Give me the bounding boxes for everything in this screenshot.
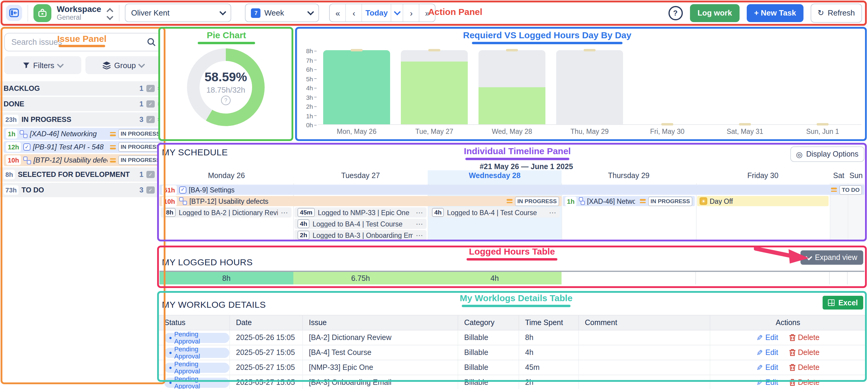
cell-time-spent: 2h: [519, 375, 579, 389]
user-select[interactable]: Oliver Kent: [125, 4, 231, 22]
layers-icon: [103, 61, 111, 69]
priority-medium-icon: [506, 199, 513, 203]
more-icon[interactable]: ⋯: [281, 208, 288, 217]
group-count: 1: [140, 84, 143, 93]
refresh-button[interactable]: ↻ Refresh: [810, 3, 862, 22]
calendar-icon[interactable]: ✓: [146, 186, 155, 193]
calendar-icon[interactable]: ✓: [146, 116, 155, 123]
day-header-thursday: Thursday 29: [562, 172, 696, 182]
edit-button[interactable]: ✎Edit: [756, 348, 778, 357]
pencil-icon: ✎: [756, 333, 763, 342]
more-icon[interactable]: ⋯: [416, 231, 424, 239]
log-work-button[interactable]: Log work: [690, 4, 740, 22]
worklog-card-monday[interactable]: 8h Logged to BA-2 | Dictionary Review ⋯: [161, 207, 291, 217]
group-hours: 8h: [4, 170, 15, 179]
sun-icon: ☀: [700, 197, 707, 205]
required-marker: [506, 49, 518, 51]
calendar-icon[interactable]: ✓: [146, 100, 155, 108]
worklog-card-tuesday-1[interactable]: 45m Logged to NMP-33 | Epic One ⋯: [294, 207, 427, 217]
pie-percent: 58.59%: [205, 70, 247, 84]
collapse-sidebar-icon[interactable]: [6, 5, 22, 21]
schedule-bar-xad-46[interactable]: 1h [XAD-46] Networking IN PROGRESS: [563, 196, 695, 206]
worklog-table: Status Date Issue Category Time Spent Co…: [158, 315, 866, 389]
calendar-icon[interactable]: ✓: [146, 171, 155, 178]
search-input[interactable]: [10, 37, 147, 47]
x-tick-label: Sun, Jun 1: [784, 128, 861, 135]
logged-hours-bar: [401, 62, 468, 124]
group-row-done[interactable]: DONE 1 ✓: [0, 97, 166, 111]
donut-center: 58.59% 18.75h/32h ?: [199, 61, 252, 114]
today-button[interactable]: Today: [362, 4, 392, 22]
filters-button[interactable]: Filters: [4, 56, 81, 74]
week-range-label: #21 May 26 — June 1 2025: [475, 162, 578, 171]
group-row-in-progress[interactable]: 23h IN PROGRESS 3 ✓: [0, 112, 166, 127]
issue-card-pb-91[interactable]: 12h ✓ [PB-91] Test API - 548 IN PROGRESS: [4, 141, 165, 153]
more-icon[interactable]: ⋯: [416, 208, 424, 217]
worklog-card-tuesday-3[interactable]: 2h Logged to BA-3 | Onboarding Email ⋯: [294, 230, 427, 240]
chevron-down-icon: [57, 61, 64, 68]
edit-button[interactable]: ✎Edit: [756, 363, 778, 372]
required-marker: [817, 123, 829, 125]
group-row-backlog[interactable]: BACKLOG 1 ✓: [0, 81, 166, 96]
day-off-label: Day Off: [710, 198, 733, 205]
refresh-icon: ↻: [817, 8, 824, 17]
search-field: [4, 33, 162, 51]
group-row-to-do[interactable]: 73h TO DO 3 ✓: [0, 183, 166, 197]
new-task-button[interactable]: + New Task: [747, 4, 803, 22]
display-options-button[interactable]: ◎ Display Options: [790, 146, 864, 162]
issue-hours: 1h: [565, 196, 577, 206]
prev-fast-button[interactable]: «: [330, 4, 346, 22]
issue-card-btp-12[interactable]: 10h [BTP-12] Usability defects IN PROGRE…: [4, 154, 165, 166]
cell-category: Billable: [458, 375, 519, 389]
cell-comment: [579, 346, 710, 360]
pencil-icon: ✎: [756, 348, 763, 357]
prev-button[interactable]: ‹: [346, 4, 362, 22]
bar-chart-panel: 8h7h6h5h4h3h2h1h0h Mon, May 26Tue, May 2…: [297, 28, 866, 140]
worklog-text: Logged to BA-4 | Test Course: [313, 220, 413, 227]
worklog-time: 4h: [298, 219, 310, 228]
col-header-actions: Actions: [710, 316, 866, 330]
help-icon[interactable]: ?: [221, 95, 230, 105]
expand-view-button[interactable]: Expand view: [801, 250, 863, 265]
help-icon[interactable]: ?: [668, 6, 683, 20]
excel-export-button[interactable]: Excel: [823, 296, 863, 309]
workspace-expander-icon[interactable]: [106, 7, 114, 19]
status-badge: IN PROGRESS: [118, 142, 162, 152]
delete-button[interactable]: Delete: [789, 363, 819, 372]
issue-title: [PB-91] Test API - 548: [33, 143, 107, 151]
worklog-text: Logged to BA-3 | Onboarding Email: [313, 232, 413, 239]
col-header-time-spent: Time Spent: [519, 316, 579, 330]
more-icon[interactable]: ⋯: [549, 208, 557, 217]
calendar-icon[interactable]: ✓: [146, 85, 155, 92]
issue-title: [BA-9] Settings: [189, 186, 235, 193]
next-button[interactable]: ›: [404, 4, 420, 22]
day-off-card[interactable]: ☀ Day Off: [697, 196, 829, 206]
pie-ratio: 18.75h/32h: [207, 85, 245, 94]
logged-cell-sunday: [848, 272, 864, 285]
schedule-bar-ba-9[interactable]: 51h ✓ [BA-9] Settings TO DO: [159, 185, 864, 195]
bar-chart-columns: [318, 50, 861, 125]
priority-medium-icon: [110, 145, 116, 149]
period-select[interactable]: 7 Week: [245, 4, 319, 22]
worklog-card-tuesday-2[interactable]: 4h Logged to BA-4 | Test Course ⋯: [294, 219, 427, 229]
edit-button[interactable]: ✎Edit: [756, 378, 778, 387]
next-fast-button[interactable]: »: [420, 4, 435, 22]
more-icon[interactable]: ⋯: [416, 219, 424, 228]
delete-button[interactable]: Delete: [789, 333, 819, 342]
issue-card-xad-46[interactable]: 1h [XAD-46] Networking IN PROGRESS: [4, 128, 165, 140]
col-header-date: Date: [230, 316, 303, 330]
delete-button[interactable]: Delete: [789, 378, 819, 387]
status-badge: TO DO: [839, 185, 862, 194]
y-tick-label: 8h: [306, 47, 317, 54]
y-tick-label: 4h: [306, 84, 317, 91]
workspace-switcher[interactable]: Workspace General: [57, 5, 101, 21]
today-dropdown-icon[interactable]: [392, 4, 404, 22]
worklog-card-wednesday[interactable]: 4h Logged to BA-4 | Test Course ⋯: [429, 207, 560, 217]
group-button[interactable]: Group: [85, 56, 162, 74]
cell-time-spent: 45m: [519, 360, 579, 375]
trash-icon: [789, 379, 796, 386]
group-row-selected-for-development[interactable]: 8h SELECTED FOR DEVELOPMENT 1 ✓: [0, 167, 166, 182]
delete-button[interactable]: Delete: [789, 348, 819, 357]
schedule-bar-btp-12[interactable]: 10h [BTP-12] Usability defects IN PROGRE…: [159, 196, 562, 206]
edit-button[interactable]: ✎Edit: [756, 333, 778, 342]
